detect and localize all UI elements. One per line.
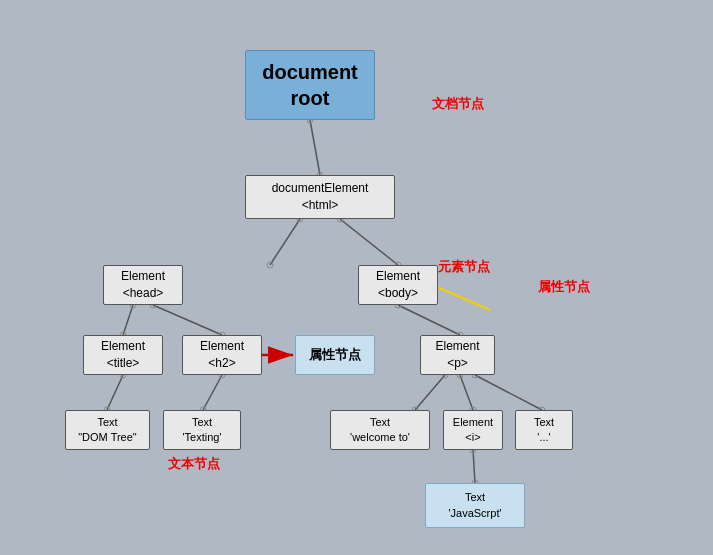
- text-texting-node: Text 'Texting': [163, 410, 241, 450]
- element-h2-node: Element <h2>: [182, 335, 262, 375]
- document-element-label: documentElement <html>: [272, 180, 369, 214]
- text-javascript-label: Text 'JavaScrpt': [448, 490, 501, 521]
- document-root-node: document root: [245, 50, 375, 120]
- text-welcome-node: Text 'welcome to': [330, 410, 430, 450]
- svg-line-4: [153, 305, 222, 335]
- element-p-label: Element <p>: [435, 338, 479, 372]
- svg-line-5: [398, 305, 460, 335]
- text-dom-node: Text "DOM Tree": [65, 410, 150, 450]
- element-head-label: Element <head>: [121, 268, 165, 302]
- element-i-label: Element <i>: [453, 415, 493, 446]
- svg-line-9: [460, 375, 473, 410]
- element-body-label: Element <body>: [376, 268, 420, 302]
- svg-line-3: [123, 305, 133, 335]
- text-dots-label: Text '...': [534, 415, 554, 446]
- element-h2-label: Element <h2>: [200, 338, 244, 372]
- text-dom-label: Text "DOM Tree": [78, 415, 137, 446]
- attribute-label: 属性节点: [309, 346, 361, 364]
- document-root-label: document root: [262, 59, 358, 111]
- svg-line-0: [310, 120, 320, 175]
- element-body-node: Element <body>: [358, 265, 438, 305]
- element-node-label-cn: 元素节点: [438, 258, 490, 276]
- svg-line-7: [203, 375, 222, 410]
- text-texting-label: Text 'Texting': [182, 415, 221, 446]
- text-welcome-label: Text 'welcome to': [350, 415, 410, 446]
- element-head-node: Element <head>: [103, 265, 183, 305]
- text-javascript-node: Text 'JavaScrpt': [425, 483, 525, 528]
- svg-line-10: [475, 375, 542, 410]
- svg-line-11: [473, 450, 475, 483]
- svg-point-23: [267, 262, 273, 268]
- element-i-node: Element <i>: [443, 410, 503, 450]
- element-title-node: Element <title>: [83, 335, 163, 375]
- element-title-label: Element <title>: [101, 338, 145, 372]
- svg-line-2: [340, 219, 398, 265]
- svg-line-1: [270, 219, 300, 265]
- svg-line-8: [415, 375, 445, 410]
- text-node-label-cn: 文本节点: [168, 455, 220, 473]
- document-node-label-cn: 文档节点: [432, 95, 484, 113]
- attribute-node: 属性节点: [295, 335, 375, 375]
- document-element-node: documentElement <html>: [245, 175, 395, 219]
- svg-line-6: [107, 375, 123, 410]
- text-dots-node: Text '...': [515, 410, 573, 450]
- element-p-node: Element <p>: [420, 335, 495, 375]
- attribute-node-label-cn: 属性节点: [538, 278, 590, 296]
